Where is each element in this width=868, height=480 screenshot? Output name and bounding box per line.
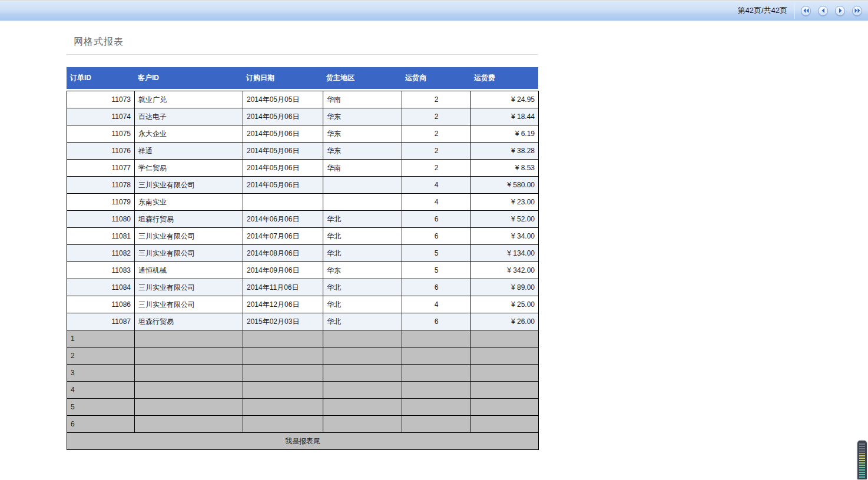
filler-cell: [135, 347, 243, 365]
table-cell: 11084: [67, 279, 135, 296]
table-cell: 通恒机械: [135, 262, 243, 279]
filler-cell: [243, 330, 323, 347]
first-page-button[interactable]: [801, 6, 811, 16]
table-row: 11076祥通2014年05月06日华东2¥ 38.28: [67, 143, 539, 160]
filler-cell: [135, 365, 243, 382]
table-cell: 永大企业: [135, 125, 243, 143]
table-cell: 2: [402, 143, 471, 160]
activity-meter-icon: [857, 441, 867, 479]
report-page: 网格式报表 订单ID客户ID订购日期货主地区运货商运货费 11073就业广兑20…: [0, 21, 868, 479]
table-cell: ¥ 89.00: [471, 279, 539, 296]
filler-cell: [135, 330, 243, 347]
table-cell: 华南: [323, 91, 402, 108]
table-cell: 2014年05月06日: [243, 160, 323, 177]
filler-cell: [323, 347, 402, 365]
filler-cell: [323, 382, 402, 399]
pagination-nav-group: [801, 6, 868, 16]
activity-meter-stripes: [859, 443, 865, 478]
table-cell: 11079: [67, 194, 135, 211]
table-cell: 华东: [323, 143, 402, 160]
table-cell: [323, 177, 402, 194]
filler-cell: [243, 382, 323, 399]
table-cell: ¥ 580.00: [471, 177, 539, 194]
report-table: 11073就业广兑2014年05月05日华南2¥ 24.9511074百达电子2…: [67, 91, 539, 450]
table-cell: 2014年07月06日: [243, 228, 323, 245]
table-cell: ¥ 18.44: [471, 108, 539, 125]
filler-cell: [243, 399, 323, 416]
table-cell: 坦森行贸易: [135, 313, 243, 330]
filler-cell: [471, 382, 539, 399]
filler-cell: [471, 416, 539, 433]
table-cell: 三川实业有限公司: [135, 177, 243, 194]
table-cell: 华东: [323, 125, 402, 143]
filler-cell: [471, 347, 539, 365]
table-cell: 2014年05月05日: [243, 91, 323, 108]
filler-cell: [471, 330, 539, 347]
left-arrow-icon: [821, 8, 826, 13]
table-row: 11078三川实业有限公司2014年05月06日4¥ 580.00: [67, 177, 539, 194]
filler-cell: 4: [67, 382, 135, 399]
table-cell: 5: [402, 262, 471, 279]
double-right-arrow-icon: [854, 8, 860, 13]
table-cell: 华北: [323, 211, 402, 228]
table-row: 11084三川实业有限公司2014年11月06日华北6¥ 89.00: [67, 279, 539, 296]
table-cell: 2014年06月06日: [243, 211, 323, 228]
filler-cell: [323, 330, 402, 347]
last-page-button[interactable]: [852, 6, 862, 16]
table-cell: 6: [402, 211, 471, 228]
column-header: 货主地区: [323, 73, 402, 83]
table-cell: 6: [402, 279, 471, 296]
table-cell: 11080: [67, 211, 135, 228]
table-cell: 11078: [67, 177, 135, 194]
table-row: 11077学仁贸易2014年05月06日华南2¥ 8.53: [67, 160, 539, 177]
column-header: 运货商: [402, 73, 471, 83]
filler-cell: [243, 416, 323, 433]
page-indicator: 第42页/共42页: [737, 5, 787, 16]
table-cell: 三川实业有限公司: [135, 228, 243, 245]
double-left-arrow-icon: [803, 8, 809, 13]
table-row: 11080坦森行贸易2014年06月06日华北6¥ 52.00: [67, 211, 539, 228]
filler-cell: [243, 347, 323, 365]
filler-row: 3: [67, 365, 539, 382]
table-cell: ¥ 52.00: [471, 211, 539, 228]
column-header: 订单ID: [67, 73, 134, 83]
filler-cell: [471, 365, 539, 382]
table-cell: 2014年05月06日: [243, 125, 323, 143]
table-cell: 11076: [67, 143, 135, 160]
table-row: 11082三川实业有限公司2014年08月06日华北5¥ 134.00: [67, 245, 539, 262]
filler-cell: [402, 347, 471, 365]
table-cell: 2014年09月06日: [243, 262, 323, 279]
table-row: 11073就业广兑2014年05月05日华南2¥ 24.95: [67, 91, 539, 108]
table-cell: 11083: [67, 262, 135, 279]
table-cell: 华南: [323, 160, 402, 177]
table-cell: 坦森行贸易: [135, 211, 243, 228]
table-row: 11075永大企业2014年05月06日华东2¥ 6.19: [67, 125, 539, 143]
table-row: 11074百达电子2014年05月06日华东2¥ 18.44: [67, 108, 539, 125]
table-cell: 华北: [323, 279, 402, 296]
filler-row: 6: [67, 416, 539, 433]
table-cell: 就业广兑: [135, 91, 243, 108]
table-cell: ¥ 134.00: [471, 245, 539, 262]
table-cell: 11075: [67, 125, 135, 143]
table-cell: ¥ 23.00: [471, 194, 539, 211]
table-cell: 三川实业有限公司: [135, 279, 243, 296]
filler-cell: [402, 330, 471, 347]
table-cell: 学仁贸易: [135, 160, 243, 177]
table-cell: 2014年11月06日: [243, 279, 323, 296]
filler-cell: [402, 382, 471, 399]
table-cell: 6: [402, 313, 471, 330]
table-cell: [243, 194, 323, 211]
prev-page-button[interactable]: [818, 6, 828, 16]
table-row: 11087坦森行贸易2015年02月03日华北6¥ 26.00: [67, 313, 539, 330]
table-cell: 三川实业有限公司: [135, 245, 243, 262]
table-header-row: 订单ID客户ID订购日期货主地区运货商运货费: [67, 67, 538, 89]
filler-cell: [323, 399, 402, 416]
table-cell: ¥ 38.28: [471, 143, 539, 160]
table-cell: 2: [402, 125, 471, 143]
next-page-button[interactable]: [835, 6, 845, 16]
filler-cell: [471, 399, 539, 416]
report-title: 网格式报表: [67, 36, 538, 48]
table-row: 11081三川实业有限公司2014年07月06日华北6¥ 34.00: [67, 228, 539, 245]
filler-row: 4: [67, 382, 539, 399]
right-arrow-icon: [838, 8, 843, 13]
